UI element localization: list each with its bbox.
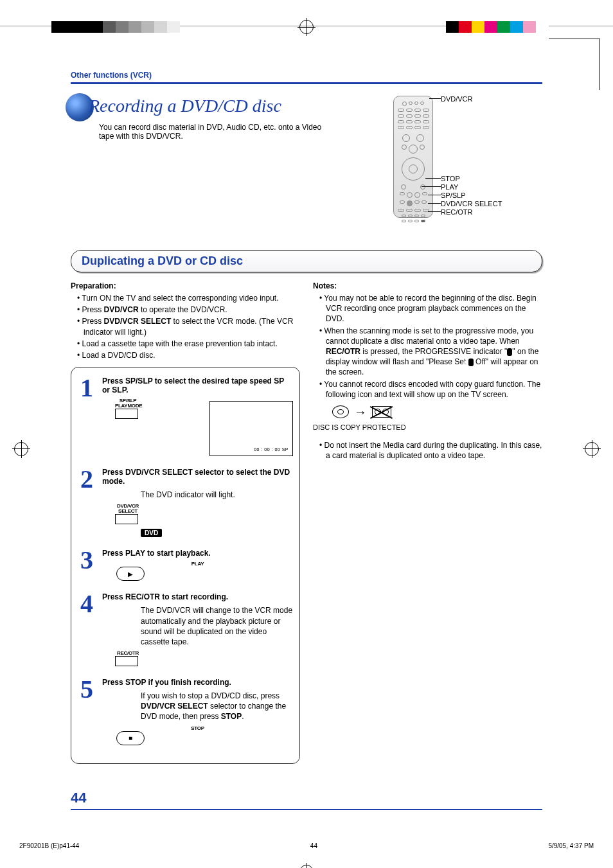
registration-mark-icon xyxy=(299,865,314,868)
step-number: 4 xyxy=(78,592,96,666)
notes-heading: Notes: xyxy=(313,281,542,290)
crossed-tape-icon xyxy=(372,406,391,418)
remote-button-icon xyxy=(115,409,138,419)
button-label: DVD/VCRSELECT xyxy=(115,504,141,514)
section-title-box: Duplicating a DVD or CD disc xyxy=(71,250,542,272)
page-number: 44 xyxy=(71,790,542,806)
footer-mid: 44 xyxy=(310,842,317,849)
arrow-right-icon: → xyxy=(354,405,367,420)
button-label: SP/SLPPLAYMODE xyxy=(115,398,141,409)
remote-button-icon xyxy=(115,514,138,524)
prep-item: Load a cassette tape with the erase prev… xyxy=(77,339,300,349)
copy-protect-icons: → xyxy=(332,405,542,420)
step: 3 Press PLAY to start playback. PLAY▶ xyxy=(78,549,293,581)
step: 2 Press DVD/VCR SELECT selector to selec… xyxy=(78,468,293,537)
remote-illustration: DVD/VCR STOP PLAY SP/SLP DVD/VCR SELECT … xyxy=(388,96,542,218)
step-number: 5 xyxy=(78,678,96,745)
notes-block: Notes: You may not be able to record the… xyxy=(313,281,542,462)
remote-label: DVD/VCR xyxy=(441,94,473,103)
footer-right: 5/9/05, 4:37 PM xyxy=(548,842,594,849)
button-label: STOP xyxy=(102,726,293,731)
button-label: PLAY xyxy=(102,562,293,567)
color-swatches-left xyxy=(51,21,180,33)
note-item: You cannot record discs encoded with cop… xyxy=(319,379,542,400)
remote-button-icon xyxy=(115,656,138,666)
prep-item: Press DVD/VCR SELECT to select the VCR m… xyxy=(77,316,300,337)
step: 4 Press REC/OTR to start recording. The … xyxy=(78,592,293,666)
button-label: REC/OTR xyxy=(115,651,141,656)
doc-footer-meta: 2F90201B (E)p41-44 44 5/9/05, 4:37 PM xyxy=(0,823,613,849)
prep-item: Load a DVD/CD disc. xyxy=(77,350,300,360)
page-subtitle: You can record disc material in DVD, Aud… xyxy=(99,123,330,141)
step-number: 1 xyxy=(78,376,96,456)
step-title: Press SP/SLP to select the desired tape … xyxy=(102,376,293,394)
step-description: If you wish to stop a DVD/CD disc, press… xyxy=(141,691,293,722)
step-title: Press REC/OTR to start recording. xyxy=(102,592,293,601)
disc-icon xyxy=(332,405,349,418)
screen-display: 00 : 00 : 00 SP xyxy=(209,401,293,456)
prep-heading: Preparation: xyxy=(71,281,300,290)
color-swatches-right xyxy=(446,21,549,33)
registration-mark-icon xyxy=(299,20,314,34)
dvd-badge: DVD xyxy=(141,529,162,537)
note-item: When the scanning mode is set to the pro… xyxy=(319,326,542,378)
step-number: 2 xyxy=(78,468,96,537)
copy-protect-caption: DISC IS COPY PROTECTED xyxy=(313,423,542,431)
section-title: Duplicating a DVD or CD disc xyxy=(82,254,531,268)
step-title: Press PLAY to start playback. xyxy=(102,549,293,558)
prep-item: Press DVD/VCR to operate the DVD/VCR. xyxy=(77,305,300,315)
top-crop-bar xyxy=(0,26,613,51)
section-header: Other functions (VCR) xyxy=(71,71,542,84)
step: 1 Press SP/SLP to select the desired tap… xyxy=(78,376,293,456)
remote-button-icon: ▶ xyxy=(116,567,145,581)
page-title: Recording a DVD/CD disc xyxy=(89,96,369,116)
step-description: The DVD indicator will light. xyxy=(141,490,293,500)
page-footer: 44 xyxy=(71,790,542,810)
preparation-block: Preparation: Turn ON the TV and select t… xyxy=(71,281,300,360)
step-title: Press STOP if you finish recording. xyxy=(102,678,293,687)
remote-button-icon: ■ xyxy=(116,731,145,745)
footer-left: 2F90201B (E)p41-44 xyxy=(19,842,79,849)
step-title: Press DVD/VCR SELECT selector to select … xyxy=(102,468,293,486)
remote-label: REC/OTR xyxy=(441,208,473,217)
step-description: The DVD/VCR will change to the VCR mode … xyxy=(141,605,293,647)
step: 5 Press STOP if you finish recording. If… xyxy=(78,678,293,745)
steps-container: 1 Press SP/SLP to select the desired tap… xyxy=(71,367,300,764)
prep-item: Turn ON the TV and select the correspond… xyxy=(77,293,300,303)
step-number: 3 xyxy=(78,549,96,581)
note-item: You may not be able to record the beginn… xyxy=(319,293,542,324)
note-item: Do not insert the Media card during the … xyxy=(319,440,542,461)
